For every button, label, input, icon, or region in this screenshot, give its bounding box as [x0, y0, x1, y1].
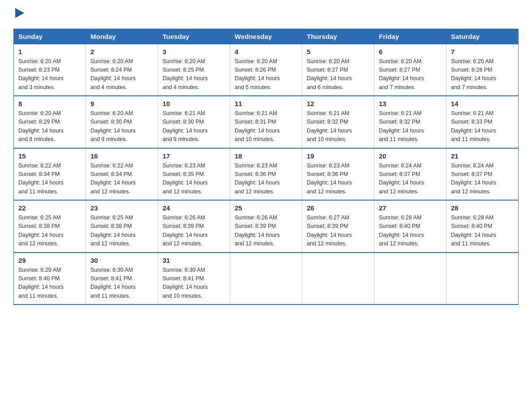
calendar-week-row: 8 Sunrise: 6:20 AM Sunset: 8:29 PM Dayli…	[14, 96, 519, 148]
day-info: Sunrise: 6:20 AM Sunset: 8:28 PM Dayligh…	[451, 57, 514, 92]
calendar-week-row: 22 Sunrise: 6:25 AM Sunset: 8:38 PM Dayl…	[14, 200, 519, 253]
day-number: 26	[307, 204, 369, 212]
day-number: 7	[451, 48, 514, 56]
day-info: Sunrise: 6:20 AM Sunset: 8:27 PM Dayligh…	[379, 57, 442, 92]
calendar-cell: 7 Sunrise: 6:20 AM Sunset: 8:28 PM Dayli…	[446, 44, 519, 96]
day-number: 18	[235, 152, 297, 160]
day-info: Sunrise: 6:30 AM Sunset: 8:41 PM Dayligh…	[163, 266, 225, 301]
header-wednesday: Wednesday	[230, 29, 302, 44]
svg-marker-0	[15, 8, 24, 18]
calendar-cell: 30 Sunrise: 6:30 AM Sunset: 8:41 PM Dayl…	[86, 253, 158, 305]
day-info: Sunrise: 6:25 AM Sunset: 8:38 PM Dayligh…	[18, 214, 81, 248]
calendar-cell: 24 Sunrise: 6:26 AM Sunset: 8:39 PM Dayl…	[158, 200, 230, 253]
calendar-cell: 13 Sunrise: 6:21 AM Sunset: 8:32 PM Dayl…	[374, 96, 446, 148]
day-info: Sunrise: 6:20 AM Sunset: 8:29 PM Dayligh…	[18, 109, 81, 144]
day-number: 27	[379, 204, 442, 212]
day-info: Sunrise: 6:21 AM Sunset: 8:33 PM Dayligh…	[451, 109, 514, 144]
calendar-cell: 19 Sunrise: 6:23 AM Sunset: 8:36 PM Dayl…	[302, 148, 374, 201]
day-number: 6	[379, 48, 442, 56]
calendar-cell: 14 Sunrise: 6:21 AM Sunset: 8:33 PM Dayl…	[446, 96, 519, 148]
day-number: 24	[163, 204, 225, 212]
calendar-cell: 15 Sunrise: 6:22 AM Sunset: 8:34 PM Dayl…	[14, 148, 86, 201]
calendar-cell	[230, 253, 302, 305]
calendar-cell: 31 Sunrise: 6:30 AM Sunset: 8:41 PM Dayl…	[158, 253, 230, 305]
day-info: Sunrise: 6:23 AM Sunset: 8:36 PM Dayligh…	[307, 162, 369, 197]
calendar-cell: 27 Sunrise: 6:28 AM Sunset: 8:40 PM Dayl…	[374, 200, 446, 253]
day-info: Sunrise: 6:20 AM Sunset: 8:25 PM Dayligh…	[163, 57, 225, 92]
day-number: 5	[307, 48, 369, 56]
calendar-cell: 25 Sunrise: 6:26 AM Sunset: 8:39 PM Dayl…	[230, 200, 302, 253]
calendar-cell: 23 Sunrise: 6:25 AM Sunset: 8:38 PM Dayl…	[86, 200, 158, 253]
day-number: 8	[18, 100, 81, 107]
day-number: 31	[163, 257, 225, 264]
day-info: Sunrise: 6:20 AM Sunset: 8:30 PM Dayligh…	[90, 109, 153, 144]
day-info: Sunrise: 6:29 AM Sunset: 8:40 PM Dayligh…	[18, 266, 81, 301]
day-info: Sunrise: 6:23 AM Sunset: 8:36 PM Dayligh…	[235, 162, 297, 197]
day-number: 9	[90, 100, 153, 107]
header-tuesday: Tuesday	[158, 29, 230, 44]
day-info: Sunrise: 6:20 AM Sunset: 8:24 PM Dayligh…	[90, 57, 153, 92]
calendar-week-row: 15 Sunrise: 6:22 AM Sunset: 8:34 PM Dayl…	[14, 148, 519, 201]
day-number: 21	[451, 152, 514, 160]
day-number: 28	[451, 204, 514, 212]
calendar-table: SundayMondayTuesdayWednesdayThursdayFrid…	[13, 29, 519, 305]
day-number: 16	[90, 152, 153, 160]
calendar-cell: 11 Sunrise: 6:21 AM Sunset: 8:31 PM Dayl…	[230, 96, 302, 148]
day-number: 23	[90, 204, 153, 212]
day-number: 19	[307, 152, 369, 160]
day-number: 22	[18, 204, 81, 212]
day-number: 29	[18, 257, 81, 264]
day-number: 3	[163, 48, 225, 56]
day-number: 17	[163, 152, 225, 160]
day-number: 12	[307, 100, 369, 107]
day-number: 13	[379, 100, 442, 107]
calendar-cell: 9 Sunrise: 6:20 AM Sunset: 8:30 PM Dayli…	[86, 96, 158, 148]
day-number: 25	[235, 204, 297, 212]
day-number: 2	[90, 48, 153, 56]
header-thursday: Thursday	[302, 29, 374, 44]
calendar-cell: 12 Sunrise: 6:21 AM Sunset: 8:32 PM Dayl…	[302, 96, 374, 148]
day-info: Sunrise: 6:26 AM Sunset: 8:39 PM Dayligh…	[163, 214, 225, 248]
day-info: Sunrise: 6:21 AM Sunset: 8:32 PM Dayligh…	[307, 109, 369, 144]
day-info: Sunrise: 6:22 AM Sunset: 8:34 PM Dayligh…	[18, 162, 81, 197]
calendar-header-row: SundayMondayTuesdayWednesdayThursdayFrid…	[14, 29, 519, 44]
day-info: Sunrise: 6:24 AM Sunset: 8:37 PM Dayligh…	[451, 162, 514, 197]
day-number: 14	[451, 100, 514, 107]
header-friday: Friday	[374, 29, 446, 44]
calendar-cell: 10 Sunrise: 6:21 AM Sunset: 8:30 PM Dayl…	[158, 96, 230, 148]
calendar-cell: 26 Sunrise: 6:27 AM Sunset: 8:39 PM Dayl…	[302, 200, 374, 253]
day-number: 30	[90, 257, 153, 264]
day-info: Sunrise: 6:20 AM Sunset: 8:26 PM Dayligh…	[235, 57, 297, 92]
calendar-cell: 6 Sunrise: 6:20 AM Sunset: 8:27 PM Dayli…	[374, 44, 446, 96]
calendar-cell: 4 Sunrise: 6:20 AM Sunset: 8:26 PM Dayli…	[230, 44, 302, 96]
calendar-cell: 28 Sunrise: 6:28 AM Sunset: 8:40 PM Dayl…	[446, 200, 519, 253]
logo-arrow-icon	[15, 8, 24, 18]
day-info: Sunrise: 6:21 AM Sunset: 8:30 PM Dayligh…	[163, 109, 225, 144]
calendar-cell: 3 Sunrise: 6:20 AM Sunset: 8:25 PM Dayli…	[158, 44, 230, 96]
day-number: 11	[235, 100, 297, 107]
calendar-cell: 16 Sunrise: 6:22 AM Sunset: 8:34 PM Dayl…	[86, 148, 158, 201]
day-info: Sunrise: 6:20 AM Sunset: 8:27 PM Dayligh…	[307, 57, 369, 92]
day-number: 15	[18, 152, 81, 160]
day-info: Sunrise: 6:24 AM Sunset: 8:37 PM Dayligh…	[379, 162, 442, 197]
calendar-cell	[302, 253, 374, 305]
header-monday: Monday	[86, 29, 158, 44]
day-info: Sunrise: 6:26 AM Sunset: 8:39 PM Dayligh…	[235, 214, 297, 248]
calendar-week-row: 1 Sunrise: 6:20 AM Sunset: 8:23 PM Dayli…	[14, 44, 519, 96]
day-info: Sunrise: 6:27 AM Sunset: 8:39 PM Dayligh…	[307, 214, 369, 248]
header-sunday: Sunday	[14, 29, 86, 44]
day-info: Sunrise: 6:21 AM Sunset: 8:32 PM Dayligh…	[379, 109, 442, 144]
day-number: 20	[379, 152, 442, 160]
day-info: Sunrise: 6:28 AM Sunset: 8:40 PM Dayligh…	[379, 214, 442, 248]
calendar-cell: 21 Sunrise: 6:24 AM Sunset: 8:37 PM Dayl…	[446, 148, 519, 201]
calendar-cell: 5 Sunrise: 6:20 AM Sunset: 8:27 PM Dayli…	[302, 44, 374, 96]
calendar-cell: 17 Sunrise: 6:23 AM Sunset: 8:35 PM Dayl…	[158, 148, 230, 201]
day-number: 1	[18, 48, 81, 56]
calendar-cell: 22 Sunrise: 6:25 AM Sunset: 8:38 PM Dayl…	[14, 200, 86, 253]
day-info: Sunrise: 6:23 AM Sunset: 8:35 PM Dayligh…	[163, 162, 225, 197]
day-info: Sunrise: 6:25 AM Sunset: 8:38 PM Dayligh…	[90, 214, 153, 248]
day-info: Sunrise: 6:30 AM Sunset: 8:41 PM Dayligh…	[90, 266, 153, 301]
page-header	[13, 9, 519, 21]
calendar-week-row: 29 Sunrise: 6:29 AM Sunset: 8:40 PM Dayl…	[14, 253, 519, 305]
calendar-cell: 2 Sunrise: 6:20 AM Sunset: 8:24 PM Dayli…	[86, 44, 158, 96]
